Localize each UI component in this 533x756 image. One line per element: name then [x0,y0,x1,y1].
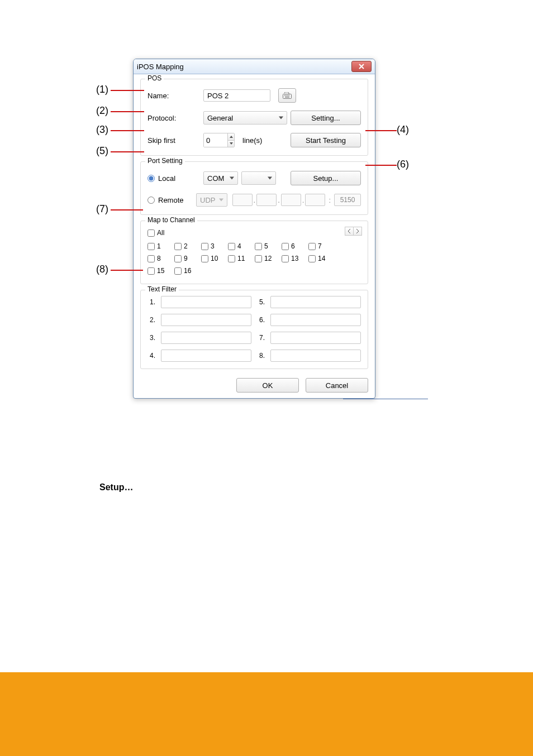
com-port-select[interactable] [241,171,276,185]
channel-checkbox-8[interactable]: 8 [147,255,174,262]
chevron-down-icon [219,199,223,202]
skip-first-input[interactable] [204,133,227,147]
channel-checkbox-3[interactable]: 3 [201,242,228,250]
port-setting-fieldset: Port Setting Local COM Setup... [140,161,368,215]
channel-all-checkbox[interactable]: All [147,229,361,237]
keyboard-icon [283,92,292,99]
remote-radio-label: Remote [158,196,184,204]
filter-num-5: 5. [257,298,265,306]
channel-all-input[interactable] [147,229,155,237]
name-input[interactable] [203,89,270,102]
channel-all-label: All [157,229,164,237]
protocol-value: General [207,114,233,122]
remote-ip-field: . . . : [232,194,361,206]
map-to-channel-legend: Map to Channel [145,216,197,224]
callout-2: (2) [96,105,108,117]
svg-rect-5 [285,97,289,98]
protocol-label: Protocol: [147,114,203,122]
close-icon [358,64,365,69]
keyboard-button[interactable] [278,88,296,103]
chevron-down-icon [230,142,233,145]
channel-page-next-button[interactable] [353,227,362,236]
setup-button[interactable]: Setup... [291,171,361,185]
text-filter-legend: Text Filter [145,285,179,293]
map-to-channel-fieldset: Map to Channel All 1 2 3 4 5 6 7 8 9 10 [140,221,368,284]
channel-checkbox-10[interactable]: 10 [201,255,228,262]
svg-rect-2 [286,95,287,96]
svg-rect-3 [287,95,288,96]
remote-proto-value: UDP [200,196,215,204]
channel-page-prev-button[interactable] [345,227,353,236]
pos-fieldset: POS Name: Protocol: [140,79,368,156]
filter-input-7[interactable] [270,332,361,344]
name-label: Name: [147,92,203,100]
filter-num-3: 3. [147,334,155,342]
filter-input-3[interactable] [161,332,251,344]
filter-num-6: 6. [257,316,265,324]
stepper-up-button[interactable] [228,133,234,141]
remote-radio[interactable]: Remote [147,196,196,204]
channel-checkbox-12[interactable]: 12 [255,255,282,262]
local-radio[interactable]: Local [147,174,203,183]
filter-input-8[interactable] [270,350,361,362]
filter-num-2: 2. [147,316,155,324]
filter-num-7: 7. [257,334,265,342]
filter-input-5[interactable] [270,296,361,308]
svg-rect-0 [283,94,292,99]
ip-octet-2 [256,194,277,206]
channel-checkbox-5[interactable]: 5 [255,242,282,250]
skip-first-unit: line(s) [242,136,262,145]
channel-checkbox-9[interactable]: 9 [174,255,201,262]
callout-1: (1) [96,84,108,95]
remote-port-input [334,194,361,206]
svg-rect-4 [289,95,290,96]
dialog-title: iPOS Mapping [137,63,184,71]
channel-checkbox-2[interactable]: 2 [174,242,201,250]
chevron-right-icon [356,229,359,233]
chevron-down-icon [268,177,272,180]
local-radio-label: Local [158,174,175,183]
start-testing-button[interactable]: Start Testing [291,133,361,147]
skip-first-stepper[interactable] [203,133,235,147]
filter-num-1: 1. [147,298,155,306]
filter-input-6[interactable] [270,314,361,326]
channel-checkbox-13[interactable]: 13 [282,255,308,262]
chevron-left-icon [348,229,351,233]
channel-checkbox-11[interactable]: 11 [228,255,255,262]
cancel-button[interactable]: Cancel [306,378,368,393]
close-button[interactable] [351,61,372,72]
setup-subheading: Setup… [99,482,133,492]
protocol-select[interactable]: General [203,111,287,125]
chevron-up-icon [230,136,233,138]
ok-button[interactable]: OK [236,378,299,393]
channel-checkbox-15[interactable]: 15 [147,267,174,275]
filter-input-4[interactable] [161,350,251,362]
callout-8: (8) [96,264,108,275]
setting-button[interactable]: Setting... [291,111,361,125]
text-filter-fieldset: Text Filter 1. 5. 2. 6. 3. 7. 4. 8. [140,290,368,369]
remote-radio-input[interactable] [147,197,155,204]
svg-rect-1 [284,95,285,96]
local-proto-select[interactable]: COM [203,171,238,185]
channel-checkbox-6[interactable]: 6 [282,242,308,250]
pos-legend: POS [145,74,164,82]
filter-input-1[interactable] [161,296,251,308]
stepper-down-button[interactable] [228,141,234,147]
filter-input-2[interactable] [161,314,251,326]
channel-checkbox-4[interactable]: 4 [228,242,255,250]
channel-pager [345,227,362,236]
ip-octet-4 [305,194,325,206]
channel-checkbox-16[interactable]: 16 [174,267,201,275]
ip-octet-3 [281,194,301,206]
callout-3: (3) [96,124,108,136]
hyperlink-underline [343,399,428,399]
channel-checkbox-7[interactable]: 7 [308,242,335,250]
skip-first-label: Skip first [147,136,203,145]
ip-octet-1 [232,194,253,206]
callout-5: (5) [96,145,108,157]
channel-checkbox-1[interactable]: 1 [147,242,174,250]
channel-checkbox-14[interactable]: 14 [308,255,335,262]
titlebar[interactable]: iPOS Mapping [134,59,375,74]
local-proto-value: COM [207,174,224,183]
local-radio-input[interactable] [147,175,155,182]
